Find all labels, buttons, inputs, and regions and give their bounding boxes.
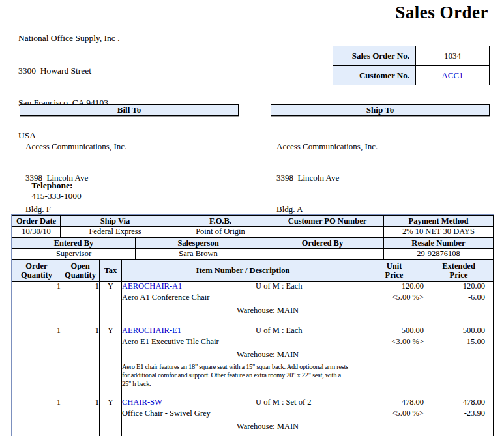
table-row: OrderQuantity OpenQuantity Tax Item Numb… xyxy=(12,260,494,282)
shipping-info-table: Order Date Ship Via F.O.B. Customer PO N… xyxy=(12,215,494,237)
payment-method-header: Payment Method xyxy=(384,216,494,227)
sales-order-no-value: 1034 xyxy=(416,46,490,66)
table-row: Sales Order No. 1034 xyxy=(333,46,490,66)
description-cell: AEROCHAIR-E1 U of M : Each Aero E1 Execu… xyxy=(122,326,364,398)
unit-price-cell: 478.00 <5.00 %> xyxy=(364,398,424,436)
table-row: 10/30/10 Federal Express Point of Origin… xyxy=(12,227,494,237)
seller-address-line: 3300 Howard Street xyxy=(18,66,120,77)
ordered-by-value xyxy=(261,249,384,259)
extended-discount: -23.90 xyxy=(424,409,485,420)
item-number-link[interactable]: CHAIR-SW xyxy=(122,398,162,407)
order-quantity-header: OrderQuantity xyxy=(12,260,61,282)
entered-by-header: Entered By xyxy=(12,238,136,249)
ship-to-line: 3398 Lincoln Ave xyxy=(276,173,490,183)
item-description-text: Aero E1 Executive Tile Chair xyxy=(122,337,364,348)
fob-header: F.O.B. xyxy=(170,216,271,227)
unit-discount: <5.00 %> xyxy=(364,409,424,420)
resale-number-value: 29-92876108 xyxy=(384,249,494,259)
ship-to-line: Bldg. A xyxy=(276,204,490,214)
order-detail-area: Order Date Ship Via F.O.B. Customer PO N… xyxy=(12,215,493,436)
open-qty-cell: 1 xyxy=(61,398,100,436)
unit-price-header: UnitPrice xyxy=(364,260,424,282)
tax-header: Tax xyxy=(100,260,122,282)
sales-order-no-label: Sales Order No. xyxy=(333,46,416,66)
order-qty-cell: 1 xyxy=(12,282,61,326)
line-item-row: 1 1 Y AEROCHAIR-E1 U of M : Each Aero E1… xyxy=(12,326,494,398)
open-quantity-header: OpenQuantity xyxy=(61,260,100,282)
bill-to-line: 3398 Lincoln Ave xyxy=(25,173,239,183)
tax-cell: Y xyxy=(100,326,122,398)
extended-discount: -15.00 xyxy=(424,337,485,348)
open-qty-cell: 1 xyxy=(61,282,100,326)
line-item-row: 1 1 Y AEROCHAIR-A1 U of M : Each Aero A1… xyxy=(12,282,494,326)
ship-via-value: Federal Express xyxy=(61,227,170,237)
customer-no-link[interactable]: ACC1 xyxy=(441,70,463,80)
salesperson-header: Salesperson xyxy=(136,238,261,249)
warehouse-text: Warehouse: MAIN xyxy=(237,422,364,433)
ship-to-line: Access Communications, Inc. xyxy=(276,141,490,152)
item-long-description: Aero E1 chair features an 18" square sea… xyxy=(122,362,351,388)
table-row: Supervisor Sara Brown 29-92876108 xyxy=(12,249,494,259)
bill-to-line: Access Communications, Inc. xyxy=(25,141,239,152)
customer-no-label: Customer No. xyxy=(333,66,416,85)
description-cell: AEROCHAIR-A1 U of M : Each Aero A1 Confe… xyxy=(122,282,364,326)
entered-by-value: Supervisor xyxy=(12,249,136,259)
open-qty-cell: 1 xyxy=(61,326,100,398)
table-row: Customer No. ACC1 xyxy=(333,66,490,85)
fob-value: Point of Origin xyxy=(170,227,271,237)
line-item-row: 1 1 Y CHAIR-SW U of M : Set of 2 Office … xyxy=(12,398,494,436)
extended-price-cell: 500.00 -15.00 xyxy=(424,326,494,398)
entry-info-table: Entered By Salesperson Ordered By Resale… xyxy=(12,237,494,259)
unit-price-cell: 500.00 <3.00 %> xyxy=(364,326,424,398)
seller-name: National Office Supply, Inc . xyxy=(18,33,120,44)
customer-po-header: Customer PO Number xyxy=(271,216,384,227)
item-description-text: Office Chair - Swivel Grey xyxy=(122,409,364,420)
warehouse-text: Warehouse: MAIN xyxy=(237,350,364,361)
unit-price-cell: 120.00 <5.00 %> xyxy=(364,282,424,326)
order-number-box: Sales Order No. 1034 Customer No. ACC1 xyxy=(333,46,490,85)
line-items-table: OrderQuantity OpenQuantity Tax Item Numb… xyxy=(12,259,494,436)
tax-cell: Y xyxy=(100,398,122,436)
item-description-text: Aero A1 Conference Chair xyxy=(122,293,364,304)
extended-price-cell: 478.00 -23.90 xyxy=(424,398,494,436)
item-number-link[interactable]: AEROCHAIR-A1 xyxy=(122,282,182,291)
item-description-header: Item Number / Description xyxy=(122,260,364,282)
item-number-link[interactable]: AEROCHAIR-E1 xyxy=(122,326,181,335)
uom-text: U of M : Set of 2 xyxy=(256,398,311,407)
unit-discount: <5.00 %> xyxy=(364,293,424,304)
order-date-header: Order Date xyxy=(12,216,61,227)
table-row: Order Date Ship Via F.O.B. Customer PO N… xyxy=(12,216,494,227)
ordered-by-header: Ordered By xyxy=(261,238,384,249)
unit-discount: <3.00 %> xyxy=(364,337,424,348)
uom-text: U of M : Each xyxy=(256,326,303,336)
page-left-rule xyxy=(1,3,1,436)
salesperson-value: Sara Brown xyxy=(136,249,261,259)
uom-text: U of M : Each xyxy=(256,282,303,291)
warehouse-text: Warehouse: MAIN xyxy=(237,306,364,317)
sales-order-document: National Office Supply, Inc . 3300 Howar… xyxy=(0,0,504,436)
extended-price-header: ExtendedPrice xyxy=(424,260,494,282)
resale-number-header: Resale Number xyxy=(384,238,494,249)
description-cell: CHAIR-SW U of M : Set of 2 Office Chair … xyxy=(122,398,364,436)
order-date-value: 10/30/10 xyxy=(12,227,61,237)
customer-po-value xyxy=(271,227,384,237)
ship-via-header: Ship Via xyxy=(61,216,170,227)
order-qty-cell: 1 xyxy=(12,326,61,398)
payment-method-value: 2% 10 NET 30 DAYS xyxy=(384,227,494,237)
table-row: Entered By Salesperson Ordered By Resale… xyxy=(12,238,494,249)
page-title: Sales Order xyxy=(395,3,488,23)
tax-cell: Y xyxy=(100,282,122,326)
extended-discount: -6.00 xyxy=(424,293,485,304)
ship-to-header: Ship To xyxy=(271,104,490,116)
bill-to-header: Bill To xyxy=(20,104,239,116)
order-qty-cell: 1 xyxy=(12,398,61,436)
bill-to-line: Bldg. F xyxy=(25,204,239,214)
extended-price-cell: 120.00 -6.00 xyxy=(424,282,494,326)
